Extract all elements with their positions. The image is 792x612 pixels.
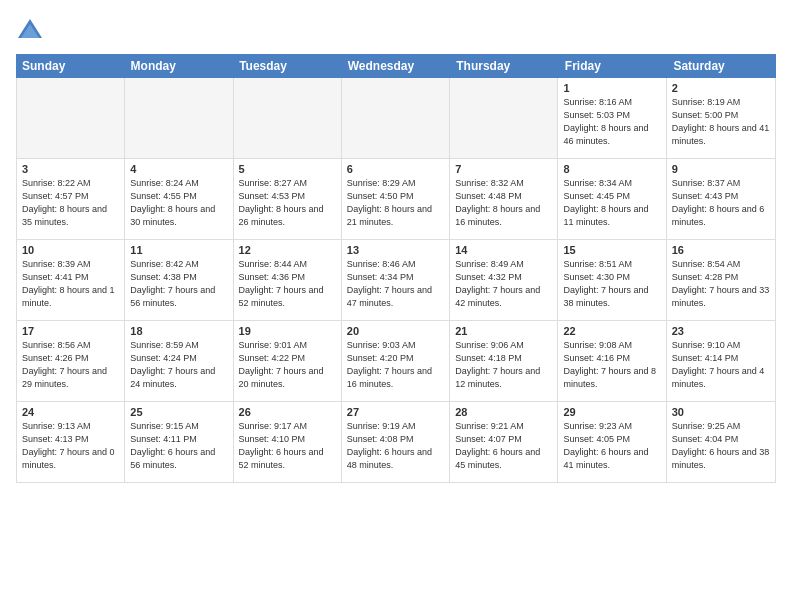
day-info: Sunrise: 8:24 AM Sunset: 4:55 PM Dayligh… xyxy=(130,177,227,229)
day-number: 10 xyxy=(22,244,119,256)
day-number: 2 xyxy=(672,82,770,94)
cal-cell xyxy=(125,78,233,158)
day-number: 15 xyxy=(563,244,660,256)
day-number: 5 xyxy=(239,163,336,175)
week-row-1: 1Sunrise: 8:16 AM Sunset: 5:03 PM Daylig… xyxy=(17,78,775,159)
day-number: 24 xyxy=(22,406,119,418)
day-number: 9 xyxy=(672,163,770,175)
cal-cell: 24Sunrise: 9:13 AM Sunset: 4:13 PM Dayli… xyxy=(17,402,125,482)
cal-cell: 25Sunrise: 9:15 AM Sunset: 4:11 PM Dayli… xyxy=(125,402,233,482)
day-info: Sunrise: 8:51 AM Sunset: 4:30 PM Dayligh… xyxy=(563,258,660,310)
day-info: Sunrise: 8:32 AM Sunset: 4:48 PM Dayligh… xyxy=(455,177,552,229)
day-number: 4 xyxy=(130,163,227,175)
day-number: 29 xyxy=(563,406,660,418)
cal-cell: 4Sunrise: 8:24 AM Sunset: 4:55 PM Daylig… xyxy=(125,159,233,239)
day-info: Sunrise: 8:37 AM Sunset: 4:43 PM Dayligh… xyxy=(672,177,770,229)
header xyxy=(16,16,776,44)
cal-cell: 28Sunrise: 9:21 AM Sunset: 4:07 PM Dayli… xyxy=(450,402,558,482)
cal-cell: 7Sunrise: 8:32 AM Sunset: 4:48 PM Daylig… xyxy=(450,159,558,239)
day-number: 1 xyxy=(563,82,660,94)
day-info: Sunrise: 8:22 AM Sunset: 4:57 PM Dayligh… xyxy=(22,177,119,229)
day-number: 6 xyxy=(347,163,444,175)
week-row-3: 10Sunrise: 8:39 AM Sunset: 4:41 PM Dayli… xyxy=(17,240,775,321)
cal-cell: 11Sunrise: 8:42 AM Sunset: 4:38 PM Dayli… xyxy=(125,240,233,320)
day-number: 26 xyxy=(239,406,336,418)
calendar-header: SundayMondayTuesdayWednesdayThursdayFrid… xyxy=(16,54,776,78)
day-number: 28 xyxy=(455,406,552,418)
header-day-thursday: Thursday xyxy=(450,54,559,78)
day-number: 18 xyxy=(130,325,227,337)
day-number: 3 xyxy=(22,163,119,175)
day-info: Sunrise: 9:03 AM Sunset: 4:20 PM Dayligh… xyxy=(347,339,444,391)
day-number: 21 xyxy=(455,325,552,337)
day-number: 12 xyxy=(239,244,336,256)
day-number: 16 xyxy=(672,244,770,256)
week-row-4: 17Sunrise: 8:56 AM Sunset: 4:26 PM Dayli… xyxy=(17,321,775,402)
day-number: 23 xyxy=(672,325,770,337)
day-number: 19 xyxy=(239,325,336,337)
week-row-5: 24Sunrise: 9:13 AM Sunset: 4:13 PM Dayli… xyxy=(17,402,775,482)
day-info: Sunrise: 9:19 AM Sunset: 4:08 PM Dayligh… xyxy=(347,420,444,472)
day-number: 22 xyxy=(563,325,660,337)
day-info: Sunrise: 8:39 AM Sunset: 4:41 PM Dayligh… xyxy=(22,258,119,310)
day-info: Sunrise: 9:08 AM Sunset: 4:16 PM Dayligh… xyxy=(563,339,660,391)
cal-cell: 30Sunrise: 9:25 AM Sunset: 4:04 PM Dayli… xyxy=(667,402,775,482)
cal-cell: 1Sunrise: 8:16 AM Sunset: 5:03 PM Daylig… xyxy=(558,78,666,158)
day-info: Sunrise: 9:13 AM Sunset: 4:13 PM Dayligh… xyxy=(22,420,119,472)
cal-cell: 14Sunrise: 8:49 AM Sunset: 4:32 PM Dayli… xyxy=(450,240,558,320)
day-number: 8 xyxy=(563,163,660,175)
day-number: 30 xyxy=(672,406,770,418)
cal-cell: 16Sunrise: 8:54 AM Sunset: 4:28 PM Dayli… xyxy=(667,240,775,320)
header-day-friday: Friday xyxy=(559,54,668,78)
day-info: Sunrise: 9:15 AM Sunset: 4:11 PM Dayligh… xyxy=(130,420,227,472)
day-info: Sunrise: 9:25 AM Sunset: 4:04 PM Dayligh… xyxy=(672,420,770,472)
cal-cell: 29Sunrise: 9:23 AM Sunset: 4:05 PM Dayli… xyxy=(558,402,666,482)
day-info: Sunrise: 8:59 AM Sunset: 4:24 PM Dayligh… xyxy=(130,339,227,391)
day-info: Sunrise: 8:27 AM Sunset: 4:53 PM Dayligh… xyxy=(239,177,336,229)
day-number: 14 xyxy=(455,244,552,256)
calendar: SundayMondayTuesdayWednesdayThursdayFrid… xyxy=(16,54,776,596)
cal-cell: 19Sunrise: 9:01 AM Sunset: 4:22 PM Dayli… xyxy=(234,321,342,401)
day-info: Sunrise: 9:17 AM Sunset: 4:10 PM Dayligh… xyxy=(239,420,336,472)
day-info: Sunrise: 8:56 AM Sunset: 4:26 PM Dayligh… xyxy=(22,339,119,391)
cal-cell: 15Sunrise: 8:51 AM Sunset: 4:30 PM Dayli… xyxy=(558,240,666,320)
day-info: Sunrise: 8:16 AM Sunset: 5:03 PM Dayligh… xyxy=(563,96,660,148)
cal-cell: 8Sunrise: 8:34 AM Sunset: 4:45 PM Daylig… xyxy=(558,159,666,239)
cal-cell: 2Sunrise: 8:19 AM Sunset: 5:00 PM Daylig… xyxy=(667,78,775,158)
cal-cell: 5Sunrise: 8:27 AM Sunset: 4:53 PM Daylig… xyxy=(234,159,342,239)
day-info: Sunrise: 8:34 AM Sunset: 4:45 PM Dayligh… xyxy=(563,177,660,229)
day-info: Sunrise: 8:49 AM Sunset: 4:32 PM Dayligh… xyxy=(455,258,552,310)
day-info: Sunrise: 9:01 AM Sunset: 4:22 PM Dayligh… xyxy=(239,339,336,391)
calendar-body: 1Sunrise: 8:16 AM Sunset: 5:03 PM Daylig… xyxy=(16,78,776,483)
page: SundayMondayTuesdayWednesdayThursdayFrid… xyxy=(0,0,792,612)
day-number: 27 xyxy=(347,406,444,418)
cal-cell: 17Sunrise: 8:56 AM Sunset: 4:26 PM Dayli… xyxy=(17,321,125,401)
day-number: 17 xyxy=(22,325,119,337)
day-info: Sunrise: 9:10 AM Sunset: 4:14 PM Dayligh… xyxy=(672,339,770,391)
header-day-sunday: Sunday xyxy=(16,54,125,78)
day-info: Sunrise: 8:46 AM Sunset: 4:34 PM Dayligh… xyxy=(347,258,444,310)
day-info: Sunrise: 8:29 AM Sunset: 4:50 PM Dayligh… xyxy=(347,177,444,229)
logo-icon xyxy=(16,16,44,44)
week-row-2: 3Sunrise: 8:22 AM Sunset: 4:57 PM Daylig… xyxy=(17,159,775,240)
day-info: Sunrise: 8:19 AM Sunset: 5:00 PM Dayligh… xyxy=(672,96,770,148)
cal-cell: 18Sunrise: 8:59 AM Sunset: 4:24 PM Dayli… xyxy=(125,321,233,401)
day-info: Sunrise: 8:42 AM Sunset: 4:38 PM Dayligh… xyxy=(130,258,227,310)
day-info: Sunrise: 9:21 AM Sunset: 4:07 PM Dayligh… xyxy=(455,420,552,472)
day-number: 13 xyxy=(347,244,444,256)
cal-cell: 22Sunrise: 9:08 AM Sunset: 4:16 PM Dayli… xyxy=(558,321,666,401)
cal-cell: 9Sunrise: 8:37 AM Sunset: 4:43 PM Daylig… xyxy=(667,159,775,239)
cal-cell xyxy=(234,78,342,158)
day-info: Sunrise: 9:23 AM Sunset: 4:05 PM Dayligh… xyxy=(563,420,660,472)
header-day-saturday: Saturday xyxy=(667,54,776,78)
cal-cell: 26Sunrise: 9:17 AM Sunset: 4:10 PM Dayli… xyxy=(234,402,342,482)
cal-cell: 23Sunrise: 9:10 AM Sunset: 4:14 PM Dayli… xyxy=(667,321,775,401)
cal-cell: 12Sunrise: 8:44 AM Sunset: 4:36 PM Dayli… xyxy=(234,240,342,320)
logo xyxy=(16,16,46,44)
cal-cell: 10Sunrise: 8:39 AM Sunset: 4:41 PM Dayli… xyxy=(17,240,125,320)
cal-cell: 21Sunrise: 9:06 AM Sunset: 4:18 PM Dayli… xyxy=(450,321,558,401)
header-day-wednesday: Wednesday xyxy=(342,54,451,78)
day-info: Sunrise: 8:54 AM Sunset: 4:28 PM Dayligh… xyxy=(672,258,770,310)
cal-cell: 6Sunrise: 8:29 AM Sunset: 4:50 PM Daylig… xyxy=(342,159,450,239)
day-number: 7 xyxy=(455,163,552,175)
